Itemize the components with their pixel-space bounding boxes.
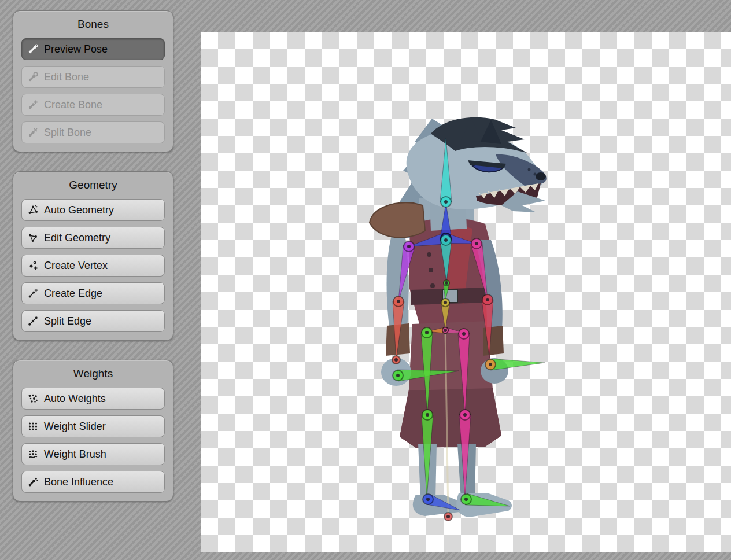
hand-right-joint-pivot — [489, 363, 492, 366]
geometry-panel-title: Geometry — [21, 179, 165, 191]
forearm-right-joint-pivot — [486, 298, 489, 301]
edit-geometry-icon — [28, 233, 38, 243]
preview-pose-icon — [28, 44, 38, 54]
edit-bone-button[interactable]: Edit Bone — [21, 66, 165, 88]
edit-geometry-button[interactable]: Edit Geometry — [21, 227, 165, 249]
foot-left-joint-pivot — [426, 498, 430, 501]
wrist-left-joint-pivot — [394, 358, 398, 362]
bone-influence-label: Bone Influence — [44, 476, 113, 488]
forearm-left-joint-pivot — [397, 300, 400, 303]
bone-influence-icon — [28, 477, 38, 487]
hand-left-joint-pivot — [396, 374, 400, 377]
create-edge-button[interactable]: Create Edge — [21, 282, 165, 304]
weight-brush-icon — [28, 449, 38, 459]
root-joint-pivot — [446, 515, 450, 518]
weight-slider-button[interactable]: Weight Slider — [21, 415, 165, 437]
preview-pose-label: Preview Pose — [44, 43, 108, 56]
weights-panel: Weights Auto Weights Weight Slider Weigh… — [13, 360, 173, 502]
auto-weights-icon — [28, 393, 38, 404]
auto-weights-button[interactable]: Auto Weights — [21, 388, 165, 410]
split-edge-button[interactable]: Split Edge — [21, 310, 165, 332]
head-joint-pivot — [444, 200, 448, 204]
auto-geometry-label: Auto Geometry — [44, 204, 114, 216]
skinning-canvas[interactable] — [201, 32, 731, 552]
belly-joint-pivot — [445, 281, 448, 285]
bone-hand-right[interactable] — [490, 359, 545, 370]
edit-geometry-label: Edit Geometry — [44, 232, 110, 244]
weight-slider-icon — [28, 421, 38, 432]
weight-slider-label: Weight Slider — [44, 421, 106, 433]
foot-right-joint-pivot — [464, 498, 468, 501]
upper-arm-right-joint-pivot — [475, 242, 478, 245]
auto-geometry-button[interactable]: Auto Geometry — [21, 199, 165, 221]
create-edge-label: Create Edge — [44, 288, 102, 300]
hip-right-joint-pivot — [444, 329, 447, 332]
create-bone-icon — [28, 100, 38, 110]
create-edge-icon — [28, 288, 38, 299]
create-vertex-icon — [28, 260, 38, 271]
create-bone-button[interactable]: Create Bone — [21, 94, 165, 116]
split-bone-icon — [28, 127, 38, 138]
shin-left-joint-pivot — [426, 413, 429, 417]
bone-influence-button[interactable]: Bone Influence — [21, 471, 165, 493]
weight-brush-label: Weight Brush — [44, 448, 106, 460]
thigh-right-joint-pivot — [462, 332, 466, 336]
auto-weights-label: Auto Weights — [44, 393, 106, 405]
create-vertex-button[interactable]: Create Vertex — [21, 255, 165, 277]
split-edge-icon — [28, 316, 38, 326]
thigh-left-joint-pivot — [425, 331, 429, 334]
split-edge-label: Split Edge — [44, 315, 91, 327]
geometry-panel: Geometry Auto Geometry Edit Geometry Cre… — [13, 171, 173, 341]
weights-panel-title: Weights — [21, 367, 165, 380]
create-bone-label: Create Bone — [44, 99, 102, 111]
preview-pose-button[interactable]: Preview Pose — [21, 38, 165, 60]
shin-right-joint-pivot — [463, 413, 467, 417]
split-bone-label: Split Bone — [44, 127, 91, 139]
split-bone-button[interactable]: Split Bone — [21, 121, 165, 143]
auto-geometry-icon — [28, 205, 38, 215]
edit-bone-label: Edit Bone — [44, 71, 89, 83]
create-vertex-label: Create Vertex — [44, 260, 108, 272]
bones-panel-title: Bones — [21, 18, 165, 31]
weight-brush-button[interactable]: Weight Brush — [21, 443, 165, 465]
bones-panel: Bones Preview Pose Edit Bone Create Bone… — [13, 10, 173, 152]
pelvis-joint-pivot — [444, 301, 447, 304]
spine-joint-pivot — [444, 238, 448, 242]
edit-bone-icon — [28, 72, 38, 82]
upper-arm-left-joint-pivot — [407, 245, 411, 248]
